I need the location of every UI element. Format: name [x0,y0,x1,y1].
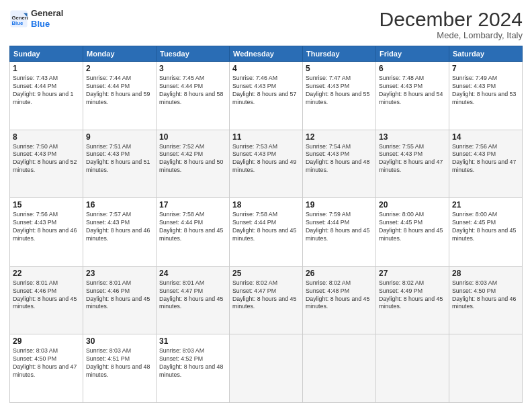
header-row: SundayMondayTuesdayWednesdayThursdayFrid… [10,46,523,62]
day-cell: 7Sunrise: 7:49 AMSunset: 4:43 PMDaylight… [449,62,523,130]
day-cell: 15Sunrise: 7:56 AMSunset: 4:43 PMDayligh… [10,198,83,267]
day-info: Sunrise: 8:00 AMSunset: 4:45 PMDaylight:… [379,211,446,243]
day-info: Sunrise: 7:59 AMSunset: 4:44 PMDaylight:… [306,211,373,243]
day-info: Sunrise: 7:56 AMSunset: 4:43 PMDaylight:… [452,143,519,175]
day-number: 15 [13,200,80,210]
day-info: Sunrise: 7:53 AMSunset: 4:43 PMDaylight:… [232,143,300,175]
day-cell: 28Sunrise: 8:03 AMSunset: 4:50 PMDayligh… [449,266,523,334]
day-cell: 25Sunrise: 8:02 AMSunset: 4:47 PMDayligh… [230,266,303,334]
day-number: 9 [86,132,153,142]
day-cell: 16Sunrise: 7:57 AMSunset: 4:43 PMDayligh… [83,198,157,267]
day-info: Sunrise: 7:46 AMSunset: 4:43 PMDaylight:… [232,75,300,107]
header-cell-sunday: Sunday [10,46,83,62]
logo-line2: Blue [31,19,63,30]
day-info: Sunrise: 7:54 AMSunset: 4:43 PMDaylight:… [306,143,373,175]
day-cell: 17Sunrise: 7:58 AMSunset: 4:44 PMDayligh… [157,198,230,267]
day-cell [449,334,523,403]
day-info: Sunrise: 7:48 AMSunset: 4:43 PMDaylight:… [379,75,446,107]
day-info: Sunrise: 8:03 AMSunset: 4:51 PMDaylight:… [86,347,153,379]
day-cell: 26Sunrise: 8:02 AMSunset: 4:48 PMDayligh… [303,266,376,334]
day-cell: 22Sunrise: 8:01 AMSunset: 4:46 PMDayligh… [10,266,83,334]
day-number: 27 [379,269,446,278]
day-cell: 29Sunrise: 8:03 AMSunset: 4:50 PMDayligh… [10,334,83,403]
day-cell [376,334,449,403]
day-info: Sunrise: 7:58 AMSunset: 4:44 PMDaylight:… [159,211,226,243]
day-info: Sunrise: 8:02 AMSunset: 4:49 PMDaylight:… [379,279,446,312]
day-info: Sunrise: 7:55 AMSunset: 4:43 PMDaylight:… [379,143,446,175]
logo: General Blue General Blue [9,8,63,29]
header-cell-friday: Friday [376,46,449,62]
day-cell: 2Sunrise: 7:44 AMSunset: 4:44 PMDaylight… [83,62,157,130]
day-number: 5 [306,64,373,73]
day-info: Sunrise: 7:49 AMSunset: 4:43 PMDaylight:… [452,75,519,107]
day-info: Sunrise: 8:02 AMSunset: 4:48 PMDaylight:… [306,279,373,312]
week-row-1: 1Sunrise: 7:43 AMSunset: 4:44 PMDaylight… [10,62,523,130]
week-row-2: 8Sunrise: 7:50 AMSunset: 4:43 PMDaylight… [10,130,523,198]
day-number: 21 [452,200,519,210]
day-cell: 6Sunrise: 7:48 AMSunset: 4:43 PMDaylight… [376,62,449,130]
day-number: 11 [232,132,300,142]
day-cell: 8Sunrise: 7:50 AMSunset: 4:43 PMDaylight… [10,130,83,198]
day-cell: 5Sunrise: 7:47 AMSunset: 4:43 PMDaylight… [303,62,376,130]
day-number: 7 [452,64,519,73]
day-cell [230,334,303,403]
day-info: Sunrise: 7:43 AMSunset: 4:44 PMDaylight:… [13,75,80,107]
main-title: December 2024 [380,8,523,30]
day-cell: 9Sunrise: 7:51 AMSunset: 4:43 PMDaylight… [83,130,157,198]
day-number: 13 [379,132,446,142]
day-cell: 20Sunrise: 8:00 AMSunset: 4:45 PMDayligh… [376,198,449,267]
day-number: 18 [232,200,300,210]
day-cell: 4Sunrise: 7:46 AMSunset: 4:43 PMDaylight… [230,62,303,130]
day-info: Sunrise: 8:01 AMSunset: 4:47 PMDaylight:… [159,279,226,312]
day-cell: 11Sunrise: 7:53 AMSunset: 4:43 PMDayligh… [230,130,303,198]
day-cell: 30Sunrise: 8:03 AMSunset: 4:51 PMDayligh… [83,334,157,403]
day-cell: 19Sunrise: 7:59 AMSunset: 4:44 PMDayligh… [303,198,376,267]
day-info: Sunrise: 7:45 AMSunset: 4:44 PMDaylight:… [159,75,226,107]
day-number: 10 [159,132,226,142]
day-cell: 21Sunrise: 8:00 AMSunset: 4:45 PMDayligh… [449,198,523,267]
day-number: 3 [159,64,226,73]
day-number: 22 [13,269,80,278]
day-number: 12 [306,132,373,142]
day-cell: 12Sunrise: 7:54 AMSunset: 4:43 PMDayligh… [303,130,376,198]
logo-icon: General Blue [9,9,28,28]
day-cell: 13Sunrise: 7:55 AMSunset: 4:43 PMDayligh… [376,130,449,198]
day-number: 1 [13,64,80,73]
day-info: Sunrise: 8:02 AMSunset: 4:47 PMDaylight:… [232,279,300,312]
day-number: 23 [86,269,153,278]
day-number: 6 [379,64,446,73]
day-info: Sunrise: 7:56 AMSunset: 4:43 PMDaylight:… [13,211,80,243]
day-number: 8 [13,132,80,142]
day-number: 24 [159,269,226,278]
day-cell: 24Sunrise: 8:01 AMSunset: 4:47 PMDayligh… [157,266,230,334]
day-cell: 1Sunrise: 7:43 AMSunset: 4:44 PMDaylight… [10,62,83,130]
day-info: Sunrise: 7:52 AMSunset: 4:42 PMDaylight:… [159,143,226,175]
day-cell: 27Sunrise: 8:02 AMSunset: 4:49 PMDayligh… [376,266,449,334]
week-row-5: 29Sunrise: 8:03 AMSunset: 4:50 PMDayligh… [10,334,523,403]
day-number: 4 [232,64,300,73]
day-cell: 18Sunrise: 7:58 AMSunset: 4:44 PMDayligh… [230,198,303,267]
day-cell: 14Sunrise: 7:56 AMSunset: 4:43 PMDayligh… [449,130,523,198]
day-info: Sunrise: 8:03 AMSunset: 4:50 PMDaylight:… [13,347,80,379]
day-info: Sunrise: 7:51 AMSunset: 4:43 PMDaylight:… [86,143,153,175]
day-info: Sunrise: 8:03 AMSunset: 4:52 PMDaylight:… [159,347,226,379]
day-info: Sunrise: 7:50 AMSunset: 4:43 PMDaylight:… [13,143,80,175]
day-cell: 3Sunrise: 7:45 AMSunset: 4:44 PMDaylight… [157,62,230,130]
header-cell-thursday: Thursday [303,46,376,62]
day-number: 14 [452,132,519,142]
day-number: 20 [379,200,446,210]
day-info: Sunrise: 7:44 AMSunset: 4:44 PMDaylight:… [86,75,153,107]
page: General Blue General Blue December 2024 … [0,0,532,411]
day-info: Sunrise: 7:47 AMSunset: 4:43 PMDaylight:… [306,75,373,107]
day-info: Sunrise: 7:58 AMSunset: 4:44 PMDaylight:… [232,211,300,243]
header-cell-wednesday: Wednesday [230,46,303,62]
day-info: Sunrise: 8:03 AMSunset: 4:50 PMDaylight:… [452,279,519,312]
day-number: 2 [86,64,153,73]
header-cell-tuesday: Tuesday [157,46,230,62]
day-number: 19 [306,200,373,210]
day-info: Sunrise: 8:01 AMSunset: 4:46 PMDaylight:… [13,279,80,312]
day-info: Sunrise: 8:01 AMSunset: 4:46 PMDaylight:… [86,279,153,312]
day-info: Sunrise: 8:00 AMSunset: 4:45 PMDaylight:… [452,211,519,243]
day-cell: 23Sunrise: 8:01 AMSunset: 4:46 PMDayligh… [83,266,157,334]
svg-text:Blue: Blue [12,20,24,26]
